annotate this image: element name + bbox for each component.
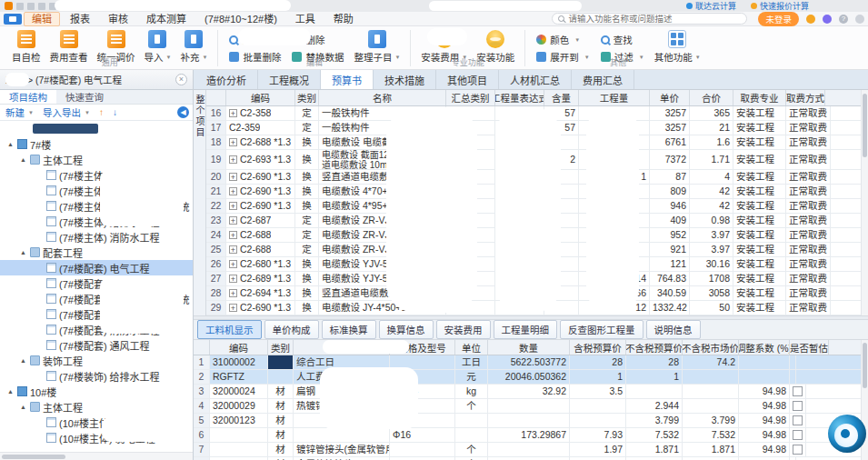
- row-number[interactable]: 22: [206, 199, 226, 213]
- fee-mode-cell[interactable]: 正常取费: [786, 214, 831, 227]
- expand-arrow-icon[interactable]: [7, 141, 15, 147]
- menu-item[interactable]: 成本测算: [138, 12, 195, 26]
- content-cell[interactable]: [544, 286, 579, 300]
- summary-category-cell[interactable]: [446, 243, 495, 256]
- notax-budget-price-cell[interactable]: 1: [626, 370, 683, 384]
- detail-tab[interactable]: 标准换算: [322, 320, 376, 339]
- fee-mode-cell[interactable]: 正常取费: [786, 301, 831, 315]
- quantity-expression-cell[interactable]: [495, 135, 544, 149]
- summary-category-cell[interactable]: [446, 214, 495, 227]
- quantity-cell[interactable]: 5622.503772: [488, 355, 570, 369]
- tree-item[interactable]: (7#楼主体) 弱电工程: [0, 183, 193, 198]
- code-cell[interactable]: C2-687: [226, 214, 295, 227]
- fee-mode-cell[interactable]: 正常取费: [786, 185, 831, 198]
- detail-table-row[interactable]: 1 31000002 综合工日 工日 5622.503772 28 28 74.…: [194, 355, 861, 370]
- name-cell[interactable]: 电缆敷设 ZR-VJY-4*6: [319, 228, 446, 242]
- bell-icon[interactable]: [806, 15, 815, 24]
- fee-mode-cell[interactable]: 正常取费: [786, 150, 831, 169]
- summary-category-cell[interactable]: [446, 286, 495, 300]
- menu-item[interactable]: 报表: [62, 12, 98, 26]
- content-cell[interactable]: [544, 272, 579, 285]
- notax-market-price-cell[interactable]: 1.871: [683, 443, 739, 456]
- category-cell[interactable]: 定: [295, 243, 319, 256]
- category-cell[interactable]: 换: [295, 301, 319, 315]
- fee-profession-cell[interactable]: 安装工程: [733, 121, 786, 135]
- unit-price-cell[interactable]: 946: [650, 199, 690, 213]
- quick-access-icon[interactable]: [16, 3, 24, 10]
- notax-market-price-cell[interactable]: 74.2: [683, 355, 739, 369]
- budget-table-row[interactable]: 16 C2-358 定 一般铁构件 57 3257 365 安装工程 正常取费: [206, 106, 861, 121]
- tree-item[interactable]: (7#楼主体) 火灾自动报警系统: [0, 198, 193, 214]
- fee-mode-cell[interactable]: 正常取费: [786, 228, 831, 242]
- total-price-cell[interactable]: 42: [690, 185, 733, 198]
- row-number[interactable]: 19: [206, 150, 226, 169]
- fee-mode-cell[interactable]: 正常取费: [786, 106, 831, 120]
- row-number[interactable]: 3: [194, 385, 210, 398]
- close-icon[interactable]: [175, 74, 187, 85]
- code-cell[interactable]: C2-690 *1.3: [226, 301, 295, 315]
- unit-cell[interactable]: 个: [455, 443, 488, 456]
- detail-tab[interactable]: 换算信息: [379, 320, 434, 339]
- tax-budget-price-cell[interactable]: 28: [570, 355, 626, 369]
- adjust-coefficient-cell[interactable]: [739, 355, 790, 369]
- code-cell[interactable]: RGFTZ: [210, 370, 268, 384]
- tree-item[interactable]: 主体工程: [0, 399, 193, 415]
- is-provisional-checkbox[interactable]: [790, 370, 796, 384]
- total-price-cell[interactable]: 3.97: [690, 243, 733, 256]
- quantity-expression-cell[interactable]: [495, 121, 544, 135]
- budget-table-row[interactable]: 19 C2-693 *1.3 换 电缆敷设 截面120*16 竖直通道电缆敷设 …: [206, 150, 861, 170]
- category-cell[interactable]: 定: [295, 106, 319, 120]
- is-provisional-checkbox[interactable]: [790, 443, 806, 456]
- detail-tab[interactable]: 说明信息: [646, 320, 701, 339]
- name-cell[interactable]: 热镀锌钢管: [294, 399, 390, 413]
- expand-plus-icon[interactable]: [229, 138, 237, 146]
- category-cell[interactable]: 换: [295, 150, 319, 169]
- tree-item[interactable]: 配套工程: [0, 245, 193, 260]
- quantity-cell[interactable]: [579, 257, 650, 271]
- expand-arrow-icon[interactable]: [20, 357, 27, 364]
- tree-item[interactable]: (10#楼主体) 电气工程: [0, 415, 193, 430]
- login-badge[interactable]: 未登录: [758, 12, 799, 26]
- spec-cell[interactable]: [390, 399, 455, 413]
- is-provisional-checkbox[interactable]: [790, 355, 796, 369]
- unit-price-cell[interactable]: 121: [650, 257, 690, 271]
- document-tab[interactable]: 技术措施: [374, 70, 436, 89]
- adjust-coefficient-cell[interactable]: 94.98: [739, 428, 790, 442]
- budget-table-row[interactable]: 28 C2-694 *1.3 换 竖直通道电缆敷设 WZB-1-JY-5*16 …: [206, 286, 861, 301]
- detail-table-row[interactable]: 2 RGFTZ 人工费调整 元 20046.050362 1 1: [194, 370, 861, 385]
- more-icon[interactable]: [855, 15, 864, 24]
- content-cell[interactable]: [544, 170, 579, 184]
- new-button[interactable]: 新建: [5, 105, 34, 119]
- tree-item[interactable]: 装饰工程: [0, 353, 193, 368]
- category-cell[interactable]: 定: [295, 228, 319, 242]
- menu-item[interactable]: 工具: [287, 12, 324, 26]
- name-cell[interactable]: 综合工日: [294, 355, 390, 369]
- assistant-mascot-button[interactable]: [828, 415, 866, 453]
- whole-project-strip[interactable]: 整个项目: [194, 90, 206, 315]
- tax-budget-price-cell[interactable]: [570, 414, 626, 427]
- row-number[interactable]: 27: [206, 272, 226, 285]
- spec-cell[interactable]: Φ16: [390, 428, 455, 442]
- content-cell[interactable]: [544, 257, 579, 271]
- name-cell[interactable]: 竖直通道电缆敷设 WZB-1-JY-5*16 单价*1.3: [319, 286, 446, 300]
- menu-item[interactable]: (7#8#10~12#楼): [196, 12, 285, 26]
- row-number[interactable]: 29: [206, 301, 226, 315]
- unit-price-cell[interactable]: 340.59: [650, 286, 690, 300]
- unit-price-cell[interactable]: 3257: [650, 106, 690, 120]
- row-number[interactable]: 18: [206, 135, 226, 149]
- spec-cell[interactable]: [390, 370, 455, 384]
- category-cell[interactable]: 换: [295, 185, 319, 198]
- name-cell[interactable]: 人工费调整: [294, 370, 390, 384]
- document-tab[interactable]: 预算书: [321, 70, 374, 89]
- tree-item[interactable]: (7#楼配套) 弱电工程: [0, 275, 193, 291]
- category-cell[interactable]: 材: [268, 399, 294, 413]
- spec-cell[interactable]: [390, 355, 455, 369]
- budget-table-row[interactable]: 27 C2-689 *1.3 换 电缆敷设 YJY-5*16 单价*1.3 31…: [206, 272, 861, 286]
- cloud-link[interactable]: 联达云计算: [686, 0, 736, 12]
- category-cell[interactable]: 换: [295, 199, 319, 213]
- fee-profession-cell[interactable]: 安装工程: [733, 106, 786, 120]
- tree-item[interactable]: (7#楼配套) 电气工程: [0, 260, 193, 275]
- quantity-cell[interactable]: [579, 185, 650, 198]
- quantity-cell[interactable]: [488, 414, 570, 427]
- row-number[interactable]: 23: [206, 214, 226, 227]
